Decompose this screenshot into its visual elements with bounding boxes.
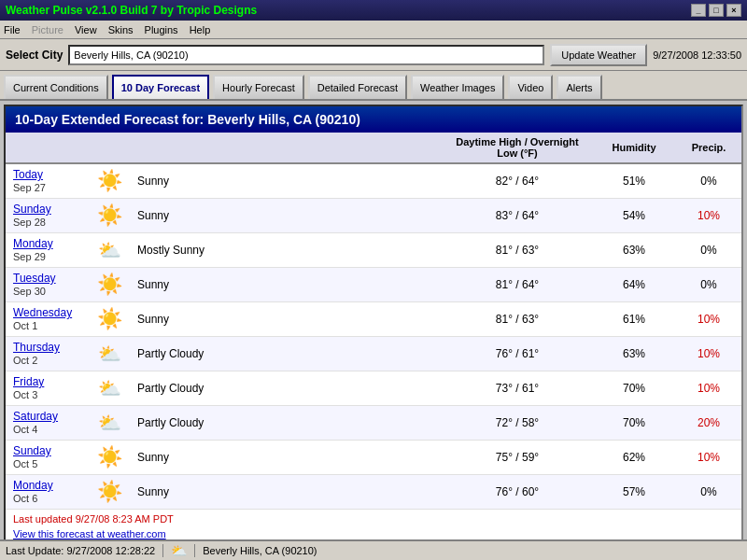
nav-tabs: Current Conditions 10 Day Forecast Hourl… <box>0 71 747 101</box>
menu-skins[interactable]: Skins <box>108 24 134 35</box>
row-temp: 81° / 63° <box>443 233 592 268</box>
row-description: Sunny <box>130 302 443 337</box>
tab-10day-forecast[interactable]: 10 Day Forecast <box>112 75 209 99</box>
table-row: Monday Oct 6 ☀️ Sunny 76° / 60° 57% 0% <box>6 475 741 510</box>
day-link[interactable]: Wednesday <box>13 306 72 319</box>
day-link[interactable]: Tuesday <box>13 272 56 285</box>
menu-bar: File Picture View Skins Plugins Help <box>0 21 747 39</box>
day-link[interactable]: Monday <box>13 237 53 250</box>
row-date: Oct 6 <box>13 493 37 504</box>
row-precip: 0% <box>676 268 741 302</box>
tab-detailed-forecast[interactable]: Detailed Forecast <box>308 75 407 99</box>
day-link[interactable]: Friday <box>13 375 44 388</box>
table-row: Saturday Oct 4 ⛅ Partly Cloudy 72° / 58°… <box>6 406 741 441</box>
row-date: Sep 29 <box>13 251 46 262</box>
day-link[interactable]: Sunday <box>13 444 51 457</box>
toolbar: Select City Update Weather 9/27/2008 12:… <box>0 39 747 71</box>
forecast-header: 10-Day Extended Forecast for: Beverly Hi… <box>6 106 741 133</box>
menu-plugins[interactable]: Plugins <box>145 24 178 35</box>
row-precip: 10% <box>676 199 741 233</box>
tab-current-conditions[interactable]: Current Conditions <box>4 75 108 99</box>
weather-status-icon: ⛅ <box>171 543 187 558</box>
menu-picture[interactable]: Picture <box>32 24 63 35</box>
row-description: Sunny <box>130 199 443 233</box>
tab-weather-images[interactable]: Weather Images <box>411 75 505 99</box>
row-day: Friday Oct 3 <box>6 371 90 406</box>
menu-file[interactable]: File <box>4 24 21 35</box>
row-day: Wednesday Oct 1 <box>6 302 90 337</box>
menu-view[interactable]: View <box>75 24 97 35</box>
row-description: Mostly Sunny <box>130 233 443 268</box>
city-input[interactable] <box>68 45 544 65</box>
row-date: Sep 27 <box>13 182 46 193</box>
row-icon: ⛅ <box>90 233 130 268</box>
row-day: Monday Oct 6 <box>6 475 90 510</box>
select-city-label: Select City <box>6 49 63 62</box>
menu-help[interactable]: Help <box>190 24 211 35</box>
col-header-icon <box>90 133 130 163</box>
row-description: Sunny <box>130 475 443 510</box>
row-description: Partly Cloudy <box>130 371 443 406</box>
row-icon: ☀️ <box>90 199 130 233</box>
row-day: Today Sep 27 <box>6 163 90 199</box>
row-humidity: 64% <box>592 268 676 302</box>
row-temp: 82° / 64° <box>443 163 592 199</box>
day-link[interactable]: Saturday <box>13 410 58 423</box>
tab-alerts[interactable]: Alerts <box>557 75 601 99</box>
row-temp: 76° / 61° <box>443 337 592 371</box>
status-divider-2 <box>194 544 195 557</box>
main-content[interactable]: 10-Day Extended Forecast for: Beverly Hi… <box>4 105 743 547</box>
row-temp: 83° / 64° <box>443 199 592 233</box>
maximize-button[interactable]: □ <box>709 4 724 17</box>
row-temp: 81° / 63° <box>443 302 592 337</box>
row-day: Monday Sep 29 <box>6 233 90 268</box>
footer-last-updated: Last updated 9/27/08 8:23 AM PDT <box>6 510 741 528</box>
row-icon: ☀️ <box>90 302 130 337</box>
col-header-humidity: Humidity <box>592 133 676 163</box>
day-link[interactable]: Monday <box>13 479 53 492</box>
row-temp: 81° / 64° <box>443 268 592 302</box>
row-description: Sunny <box>130 441 443 475</box>
minimize-button[interactable]: _ <box>691 4 706 17</box>
col-header-desc <box>130 133 443 163</box>
row-icon: ☀️ <box>90 268 130 302</box>
row-humidity: 51% <box>592 163 676 199</box>
row-day: Tuesday Sep 30 <box>6 268 90 302</box>
tab-hourly-forecast[interactable]: Hourly Forecast <box>213 75 304 99</box>
row-description: Sunny <box>130 268 443 302</box>
row-day: Sunday Sep 28 <box>6 199 90 233</box>
row-humidity: 61% <box>592 302 676 337</box>
row-day: Thursday Oct 2 <box>6 337 90 371</box>
day-link[interactable]: Today <box>13 168 43 181</box>
row-humidity: 57% <box>592 475 676 510</box>
row-description: Sunny <box>130 163 443 199</box>
row-temp: 72° / 58° <box>443 406 592 441</box>
row-precip: 0% <box>676 163 741 199</box>
row-precip: 0% <box>676 233 741 268</box>
col-header-day <box>6 133 90 163</box>
table-row: Wednesday Oct 1 ☀️ Sunny 81° / 63° 61% 1… <box>6 302 741 337</box>
tab-video[interactable]: Video <box>508 75 553 99</box>
row-icon: ☀️ <box>90 441 130 475</box>
update-weather-button[interactable]: Update Weather <box>550 44 647 66</box>
day-link[interactable]: Sunday <box>13 203 51 216</box>
row-date: Oct 1 <box>13 320 37 331</box>
row-humidity: 63% <box>592 233 676 268</box>
weather-com-link[interactable]: View this forecast at weather.com <box>13 528 166 539</box>
day-link[interactable]: Thursday <box>13 341 60 354</box>
row-precip: 10% <box>676 371 741 406</box>
table-row: Monday Sep 29 ⛅ Mostly Sunny 81° / 63° 6… <box>6 233 741 268</box>
close-button[interactable]: × <box>726 4 741 17</box>
row-humidity: 54% <box>592 199 676 233</box>
row-date: Sep 28 <box>13 217 46 228</box>
datetime-display: 9/27/2008 12:33:50 <box>653 49 741 61</box>
forecast-table: Daytime High / Overnight Low (°F) Humidi… <box>6 133 741 510</box>
row-date: Oct 5 <box>13 458 37 469</box>
row-icon: ⛅ <box>90 406 130 441</box>
row-icon: ⛅ <box>90 337 130 371</box>
forecast-title: 10-Day Extended Forecast for: Beverly Hi… <box>15 112 360 127</box>
row-icon: ☀️ <box>90 163 130 199</box>
row-day: Sunday Oct 5 <box>6 441 90 475</box>
status-divider-1 <box>162 544 163 557</box>
row-humidity: 62% <box>592 441 676 475</box>
